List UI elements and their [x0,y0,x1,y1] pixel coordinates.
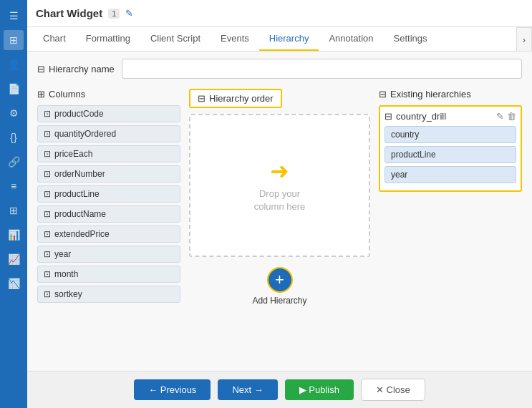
hierarchy-edit-icon[interactable]: ✎ [496,111,504,122]
tab-events[interactable]: Events [211,27,259,51]
sidebar-icon-doc[interactable]: 📄 [4,79,24,99]
hierarchy-delete-icon[interactable]: 🗑 [507,111,516,122]
hierarchy-card-icon: ⊟ [385,111,392,122]
sidebar-icon-list[interactable]: ≡ [4,176,24,196]
close-button[interactable]: ✕ Close [361,379,425,401]
publish-button[interactable]: ▶ Publish [285,379,354,400]
columns-icon: ⊞ [37,89,45,99]
title-bar: Chart Widget 1 ✎ [27,0,532,27]
hierarchy-card: ⊟ country_drill ✎ 🗑 country productLine [379,105,522,192]
column-table-icon: ⊡ [44,189,51,199]
column-item-year[interactable]: ⊡ year [37,246,180,263]
drop-zone[interactable]: ➜ Drop your column here [189,114,370,257]
add-hierarchy-button[interactable]: + [267,267,293,293]
sidebar-icon-settings[interactable]: ⚙ [4,103,24,123]
bottom-bar: ← Previous Next → ▶ Publish ✕ Close [27,371,532,408]
column-table-icon: ⊡ [44,269,51,279]
hierarchy-field-year: year [385,166,516,183]
sidebar-icon-user[interactable]: 👤 [4,54,24,74]
sidebar-icon-barchart[interactable]: 📉 [4,273,24,293]
tab-chart[interactable]: Chart [33,27,76,51]
column-item-sortkey[interactable]: ⊡ sortkey [37,286,180,303]
next-button[interactable]: Next → [218,379,277,400]
column-table-icon: ⊡ [44,109,51,119]
hierarchy-order-icon: ⊟ [198,93,205,104]
hierarchy-card-actions: ✎ 🗑 [496,111,516,122]
column-item-quantityordered[interactable]: ⊡ quantityOrdered [37,125,180,142]
main-panel: Chart Widget 1 ✎ Chart Formatting Client… [27,0,532,408]
existing-icon: ⊟ [379,89,387,99]
hierarchy-field-country: country [385,126,516,143]
column-table-icon: ⊡ [44,169,51,179]
add-hierarchy-label: Add Hierarchy [252,296,306,306]
column-item-productline[interactable]: ⊡ productLine [37,185,180,203]
sidebar-icon-code[interactable]: {} [4,127,24,147]
hierarchy-name-label: ⊟ Hierarchy name [37,64,115,74]
page-title: Chart Widget [36,7,102,19]
title-edit-icon[interactable]: ✎ [125,8,133,19]
sidebar-icon-link[interactable]: 🔗 [4,152,24,172]
tab-bar: Chart Formatting Client Script Events Hi… [27,27,532,52]
column-item-priceeach[interactable]: ⊡ priceEach [37,145,180,162]
hierarchy-name-input[interactable] [122,59,522,79]
add-hierarchy-container: + Add Hierarchy [252,267,306,306]
column-table-icon: ⊡ [44,209,51,219]
sidebar: ☰ ⊞ 👤 📄 ⚙ {} 🔗 ≡ ⊞ 📊 📈 📉 [0,0,27,408]
sidebar-icon-table[interactable]: ⊞ [4,200,24,220]
three-column-layout: ⊞ Columns ⊡ productCode ⊡ quantityOrdere… [37,89,522,306]
hierarchy-order-header: ⊟ Hierarchy order [189,89,282,108]
column-item-productname[interactable]: ⊡ productName [37,205,180,223]
hierarchy-order-panel: ⊟ Hierarchy order ➜ Drop your column her… [189,89,370,306]
column-table-icon: ⊡ [44,289,51,299]
hierarchy-name-row: ⊟ Hierarchy name [37,59,522,79]
sidebar-icon-chart[interactable]: 📊 [4,225,24,245]
content-area: ⊟ Hierarchy name ⊞ Columns ⊡ productCode… [27,52,532,371]
hierarchy-card-title: ⊟ country_drill [385,111,446,122]
hierarchy-name-icon: ⊟ [37,64,45,74]
tab-more-button[interactable]: › [516,27,532,51]
hierarchy-card-header: ⊟ country_drill ✎ 🗑 [385,111,516,122]
tab-hierarchy[interactable]: Hierarchy [259,27,319,51]
column-item-ordernumber[interactable]: ⊡ orderNumber [37,165,180,183]
tab-client-script[interactable]: Client Script [140,27,211,51]
tab-settings[interactable]: Settings [384,27,437,51]
drop-text: Drop your column here [254,188,306,213]
hierarchy-field-productline: productLine [385,146,516,163]
tab-annotation[interactable]: Annotation [319,27,383,51]
existing-hierarchies-panel: ⊟ Existing hierarchies ⊟ country_drill ✎… [379,89,522,306]
sidebar-icon-analytics[interactable]: 📈 [4,249,24,269]
column-table-icon: ⊡ [44,229,51,239]
column-item-extendedprice[interactable]: ⊡ extendedPrice [37,225,180,243]
drop-arrow-icon: ➜ [270,157,289,185]
column-item-month[interactable]: ⊡ month [37,266,180,283]
existing-hierarchies-header: ⊟ Existing hierarchies [379,89,522,99]
column-table-icon: ⊡ [44,149,51,159]
column-item-productcode[interactable]: ⊡ productCode [37,105,180,122]
tab-formatting[interactable]: Formatting [76,27,140,51]
column-table-icon: ⊡ [44,249,51,259]
sidebar-icon-grid[interactable]: ⊞ [4,30,24,50]
columns-panel: ⊞ Columns ⊡ productCode ⊡ quantityOrdere… [37,89,180,306]
column-table-icon: ⊡ [44,129,51,139]
sidebar-icon-menu[interactable]: ☰ [4,6,24,26]
columns-panel-header: ⊞ Columns [37,89,180,99]
previous-button[interactable]: ← Previous [134,379,211,400]
title-badge: 1 [108,9,120,19]
